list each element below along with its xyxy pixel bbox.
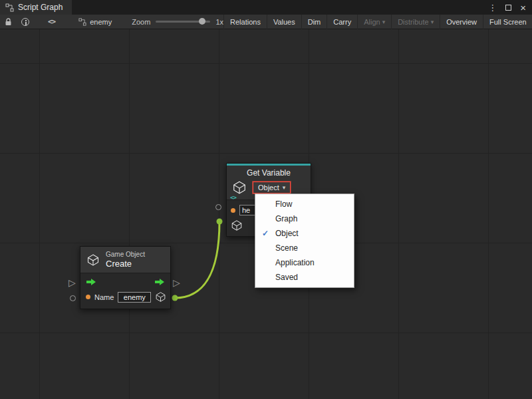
overview-button[interactable]: Overview <box>440 15 483 29</box>
menu-more-icon[interactable]: ⋮ <box>488 3 497 13</box>
breadcrumb[interactable]: enemy <box>78 18 112 26</box>
checkmark-icon: ✓ <box>255 229 275 238</box>
align-button[interactable]: Align▾ <box>357 15 391 29</box>
create-node-header: Game Object Create <box>80 247 170 273</box>
wire-create-to-getvariable[interactable] <box>175 221 219 298</box>
window-controls: ⋮ × <box>488 2 532 13</box>
dim-button[interactable]: Dim <box>301 15 327 29</box>
variable-kind-dropdown[interactable]: Object ▾ <box>253 182 291 194</box>
graph-canvas[interactable]: ▷ ▷ Get Variable <> Object ▾ <box>0 29 532 399</box>
flow-out-arrow-icon[interactable] <box>154 278 165 286</box>
window-tab[interactable]: Script Graph <box>0 0 72 15</box>
flow-output-port[interactable]: ▷ <box>173 278 180 287</box>
carry-button[interactable]: Carry <box>327 15 357 29</box>
chevron-down-icon: ▾ <box>283 184 286 191</box>
maximize-icon[interactable] <box>505 5 511 11</box>
name-value-row: Name <box>80 288 170 309</box>
menu-item-flow[interactable]: Flow <box>255 197 354 211</box>
zoom-value: 1x <box>215 18 223 26</box>
variable-name-port[interactable] <box>215 204 221 210</box>
values-button[interactable]: Values <box>267 15 301 29</box>
wire-start-dot[interactable] <box>172 295 178 301</box>
name-input-port[interactable] <box>70 295 76 301</box>
flow-row <box>80 273 170 288</box>
node-title: Create <box>106 259 145 269</box>
close-icon[interactable]: × <box>520 2 526 13</box>
titlebar: Script Graph ⋮ × <box>0 0 532 15</box>
menu-item-application[interactable]: Application <box>255 255 354 270</box>
distribute-button[interactable]: Distribute▾ <box>391 15 440 29</box>
create-node-titles: Game Object Create <box>106 251 145 269</box>
name-label: Name <box>94 293 114 301</box>
create-node-body: Name <box>80 273 170 309</box>
toolbar-buttons: Relations Values Dim Carry Align▾ Distri… <box>223 15 532 29</box>
game-object-cube-icon <box>86 253 100 267</box>
name-input[interactable] <box>118 292 151 303</box>
fullscreen-button[interactable]: Full Screen <box>483 15 532 29</box>
edit-source-button[interactable]: <> <box>43 15 60 29</box>
string-port-dot[interactable] <box>231 208 235 213</box>
info-icon <box>21 18 29 26</box>
breadcrumb-graph-name: enemy <box>90 18 112 26</box>
flow-input-port[interactable]: ▷ <box>68 278 76 287</box>
node-category: Game Object <box>106 251 145 258</box>
menu-item-scene[interactable]: Scene <box>255 241 354 255</box>
chevron-down-icon: ▾ <box>431 19 434 25</box>
zoom-slider[interactable] <box>156 21 210 23</box>
node-title: Get Variable <box>227 166 311 180</box>
relations-button[interactable]: Relations <box>223 15 267 29</box>
menu-item-graph[interactable]: Graph <box>255 211 354 226</box>
variable-cube-icon: <> <box>232 180 247 195</box>
lock-button[interactable] <box>0 15 17 29</box>
variable-kind-menu: Flow Graph ✓ Object Scene Application Sa… <box>255 194 354 288</box>
graph-breadcrumb-icon <box>78 18 86 26</box>
zoom-control: Zoom 1x <box>132 18 223 26</box>
wire-end-dot[interactable] <box>217 219 223 225</box>
game-object-create-node[interactable]: Game Object Create Name <box>80 246 171 309</box>
script-graph-icon <box>5 3 14 12</box>
menu-item-saved[interactable]: Saved <box>255 270 354 285</box>
zoom-label: Zoom <box>132 18 150 26</box>
string-port-dot[interactable] <box>86 295 90 299</box>
code-icon: <> <box>48 17 55 26</box>
zoom-slider-handle[interactable] <box>199 18 205 25</box>
script-graph-window: Script Graph ⋮ × <> enem <box>0 0 532 399</box>
game-object-output-port-icon[interactable] <box>155 291 166 303</box>
menu-item-object[interactable]: ✓ Object <box>255 226 354 241</box>
lock-icon <box>5 18 12 26</box>
flow-in-arrow-icon[interactable] <box>86 278 96 286</box>
info-button[interactable] <box>17 15 34 29</box>
chevron-down-icon: ▾ <box>382 19 386 25</box>
window-title: Script Graph <box>18 3 63 12</box>
graph-toolbar: <> enemy Zoom 1x Relations Values Dim Ca… <box>0 15 532 29</box>
